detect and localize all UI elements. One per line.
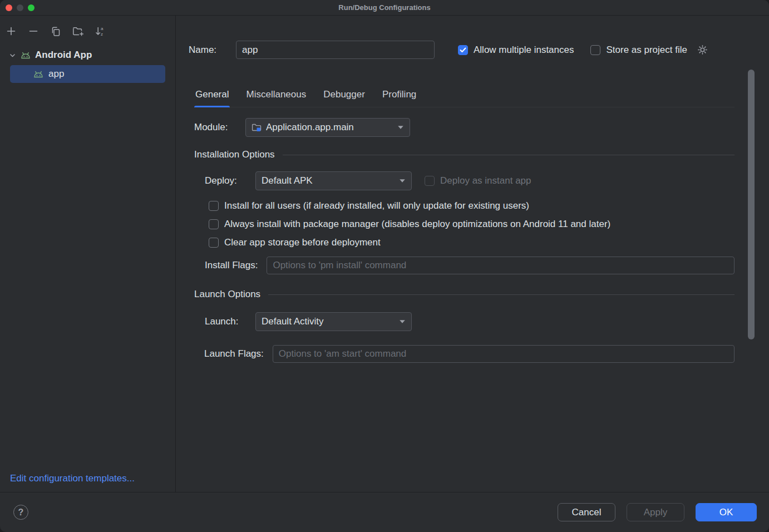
tab-profiling[interactable]: Profiling xyxy=(381,83,417,107)
configuration-form: Name: Allow multiple instances Store as … xyxy=(176,16,769,492)
always-install-package-manager-checkbox[interactable]: Always install with package manager (dis… xyxy=(209,219,735,230)
install-for-all-users-label: Install for all users (if already instal… xyxy=(224,200,529,211)
install-flags-input[interactable] xyxy=(267,257,735,274)
chevron-down-icon xyxy=(9,52,16,59)
svg-text:a: a xyxy=(101,26,103,31)
close-window-button[interactable] xyxy=(6,4,12,11)
configuration-tabs: General Miscellaneous Debugger Profiling xyxy=(194,83,735,107)
install-flags-label: Install Flags: xyxy=(205,260,258,271)
module-label: Module: xyxy=(194,122,245,133)
new-folder-button[interactable] xyxy=(71,24,85,38)
launch-dropdown[interactable]: Default Activity xyxy=(255,312,412,331)
section-divider xyxy=(268,294,735,295)
android-icon xyxy=(21,51,31,60)
dialog-footer: ? Cancel Apply OK xyxy=(0,492,769,532)
checkbox-unchecked-icon xyxy=(590,45,600,55)
window-title: Run/Debug Configurations xyxy=(0,0,769,15)
clear-app-storage-checkbox[interactable]: Clear app storage before deployment xyxy=(209,237,735,248)
edit-configuration-templates-link[interactable]: Edit configuration templates... xyxy=(10,473,135,484)
tree-item-label: app xyxy=(48,68,64,80)
allow-multiple-instances-checkbox[interactable]: Allow multiple instances xyxy=(458,45,574,56)
tab-miscellaneous-label: Miscellaneous xyxy=(246,89,306,100)
cancel-button[interactable]: Cancel xyxy=(558,503,615,521)
tab-general-label: General xyxy=(195,89,229,100)
apply-button[interactable]: Apply xyxy=(627,503,684,521)
tree-group-label: Android App xyxy=(35,50,92,61)
tree-item-app[interactable]: app xyxy=(10,65,165,83)
tab-general[interactable]: General xyxy=(194,83,230,107)
deploy-as-instant-app-label: Deploy as instant app xyxy=(440,175,531,186)
configurations-sidebar: az Android App app Edit configuration te… xyxy=(0,16,176,492)
tab-miscellaneous[interactable]: Miscellaneous xyxy=(245,83,307,107)
launch-flags-row: Launch Flags: xyxy=(204,345,735,363)
zoom-window-button[interactable] xyxy=(28,4,34,11)
traffic-lights xyxy=(6,4,34,11)
launch-label: Launch: xyxy=(205,316,255,327)
section-divider xyxy=(283,155,735,155)
titlebar: Run/Debug Configurations xyxy=(0,0,769,16)
deploy-dropdown[interactable]: Default APK xyxy=(255,171,412,190)
always-install-package-manager-label: Always install with package manager (dis… xyxy=(224,219,610,230)
launch-options-title: Launch Options xyxy=(194,289,260,300)
ok-button[interactable]: OK xyxy=(696,503,757,521)
configurations-tree: Android App app xyxy=(0,43,175,83)
add-configuration-button[interactable] xyxy=(4,24,18,38)
question-mark-icon: ? xyxy=(18,508,24,518)
svg-text:z: z xyxy=(101,32,103,37)
sidebar-toolbar: az xyxy=(0,16,175,43)
android-icon xyxy=(33,70,43,78)
installation-options-section: Installation Options xyxy=(194,149,735,160)
tab-debugger-label: Debugger xyxy=(323,89,365,100)
copy-configuration-button[interactable] xyxy=(49,24,62,38)
store-as-project-file-checkbox[interactable]: Store as project file xyxy=(590,45,708,56)
launch-options-section: Launch Options xyxy=(194,289,735,300)
store-as-project-file-label: Store as project file xyxy=(606,45,687,56)
vertical-scrollbar[interactable] xyxy=(748,70,755,339)
help-button[interactable]: ? xyxy=(13,505,28,520)
minimize-window-button[interactable] xyxy=(17,4,23,11)
sort-alphabetically-icon: az xyxy=(95,26,106,37)
checkbox-unchecked-icon xyxy=(209,238,219,248)
tab-profiling-label: Profiling xyxy=(382,89,416,100)
chevron-down-icon xyxy=(397,125,404,130)
clear-app-storage-label: Clear app storage before deployment xyxy=(224,237,381,248)
install-for-all-users-checkbox[interactable]: Install for all users (if already instal… xyxy=(209,200,735,211)
name-input[interactable] xyxy=(236,41,435,59)
run-debug-configurations-dialog: Run/Debug Configurations az xyxy=(0,0,769,532)
module-value: Application.app.main xyxy=(266,122,354,133)
checkbox-disabled-icon xyxy=(425,176,435,186)
copy-icon xyxy=(51,26,61,37)
sort-configurations-button[interactable]: az xyxy=(93,24,107,38)
installation-checkbox-list: Install for all users (if already instal… xyxy=(209,200,735,248)
install-flags-row: Install Flags: xyxy=(205,257,735,274)
deploy-label: Deploy: xyxy=(205,175,255,186)
plus-icon xyxy=(6,26,17,37)
tab-debugger[interactable]: Debugger xyxy=(322,83,366,107)
remove-configuration-button[interactable] xyxy=(27,24,40,38)
allow-multiple-instances-label: Allow multiple instances xyxy=(474,45,574,56)
launch-value: Default Activity xyxy=(262,316,324,327)
chevron-down-icon xyxy=(399,319,406,324)
chevron-down-icon xyxy=(399,179,406,183)
minus-icon xyxy=(28,26,39,37)
name-label: Name: xyxy=(189,45,236,56)
checkbox-unchecked-icon xyxy=(209,201,219,211)
installation-options-title: Installation Options xyxy=(194,149,275,160)
store-settings-gear-icon[interactable] xyxy=(697,45,708,55)
tree-group-android-app[interactable]: Android App xyxy=(0,43,175,62)
checkbox-checked-icon xyxy=(458,45,468,55)
new-folder-icon xyxy=(72,26,84,37)
launch-flags-input[interactable] xyxy=(273,345,735,363)
checkbox-unchecked-icon xyxy=(209,219,219,229)
deploy-value: Default APK xyxy=(262,175,313,186)
launch-flags-label: Launch Flags: xyxy=(204,348,264,359)
module-icon xyxy=(252,123,262,132)
deploy-as-instant-app-checkbox: Deploy as instant app xyxy=(425,175,531,186)
module-dropdown[interactable]: Application.app.main xyxy=(245,118,410,137)
